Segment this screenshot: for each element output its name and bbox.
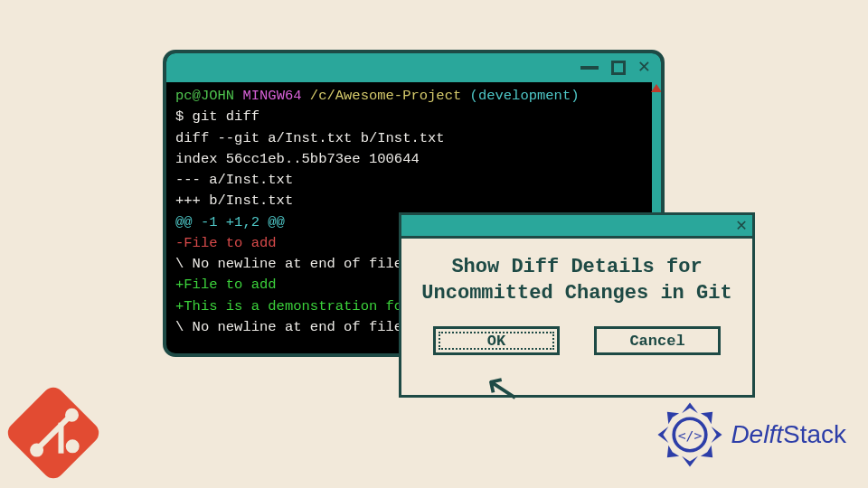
- svg-marker-2: [683, 456, 699, 467]
- terminal-titlebar: ✕: [166, 53, 661, 82]
- git-logo-icon: [4, 383, 103, 483]
- svg-marker-0: [683, 402, 699, 413]
- dialog-window: ✕ Show Diff Details for Uncommitted Chan…: [399, 212, 755, 398]
- output-line: index 56cc1eb..5bb73ee 100644: [175, 149, 652, 170]
- svg-marker-1: [712, 427, 722, 443]
- brand-logo: </> DelftStack: [656, 401, 846, 468]
- cancel-button[interactable]: Cancel: [594, 326, 721, 355]
- prompt-branch: (development): [461, 88, 579, 104]
- brand-emblem-icon: </>: [656, 401, 723, 468]
- command-text: git diff: [193, 108, 259, 125]
- svg-marker-3: [658, 427, 669, 443]
- prompt-env: MINGW64: [234, 88, 301, 104]
- minimize-icon[interactable]: [580, 66, 599, 70]
- git-node-icon: [62, 406, 81, 425]
- command-line: $ git diff: [175, 107, 652, 127]
- close-icon[interactable]: ✕: [638, 58, 650, 78]
- git-node-icon: [27, 440, 46, 459]
- output-line: +++ b/Inst.txt: [175, 191, 652, 211]
- dialog-button-row: OK Cancel: [420, 326, 734, 355]
- maximize-icon[interactable]: [611, 61, 626, 75]
- close-icon[interactable]: ✕: [736, 217, 747, 235]
- dialog-message: Show Diff Details for Uncommitted Change…: [420, 255, 734, 306]
- brand-name-part1: Delft: [731, 420, 783, 448]
- scroll-up-icon[interactable]: [651, 84, 662, 92]
- ok-button[interactable]: OK: [433, 326, 560, 355]
- prompt-user: pc@JOHN: [175, 88, 234, 104]
- output-line: --- a/Inst.txt: [175, 170, 652, 191]
- prompt-line: pc@JOHN MINGW64 /c/Awesome-Project (deve…: [175, 86, 652, 107]
- dialog-titlebar: ✕: [401, 215, 752, 239]
- dialog-body: Show Diff Details for Uncommitted Change…: [401, 239, 752, 355]
- brand-name-part2: Stack: [783, 420, 846, 448]
- git-node-icon: [63, 436, 82, 455]
- prompt-symbol: $: [175, 108, 193, 125]
- output-line: diff --git a/Inst.txt b/Inst.txt: [175, 128, 652, 149]
- svg-text:</>: </>: [678, 427, 703, 443]
- prompt-path: /c/Awesome-Project: [302, 88, 462, 104]
- brand-name: DelftStack: [731, 420, 846, 449]
